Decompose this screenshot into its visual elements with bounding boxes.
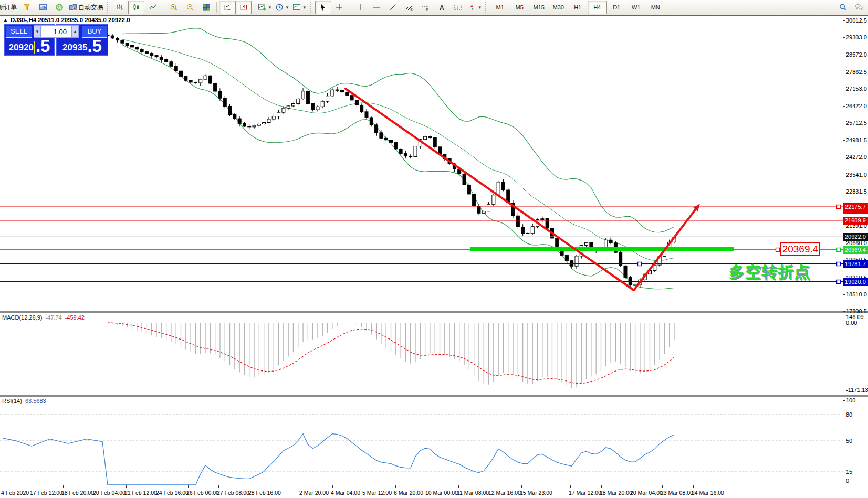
- time-label: 27 Feb 08:00: [217, 490, 249, 496]
- price-tick: 24981.5: [846, 137, 868, 143]
- time-label: 10 Mar 00:00: [425, 490, 458, 496]
- time-label: 24 Mar 16:00: [692, 490, 724, 496]
- chart-canvas[interactable]: [0, 0, 868, 498]
- price-tick: 23541.0: [846, 172, 868, 178]
- time-tick: [632, 485, 632, 488]
- pane-splitter[interactable]: [0, 311, 868, 312]
- text-caret: [34, 41, 35, 54]
- rsi-value: 63.5683: [25, 398, 46, 404]
- pane-splitter[interactable]: [0, 312, 868, 313]
- indicator-tick: -1171.13: [846, 387, 868, 393]
- indicator-tick: 80: [846, 411, 868, 418]
- time-tick: [218, 485, 219, 488]
- time-tick: [126, 485, 127, 488]
- time-tick: [3, 485, 3, 488]
- time-label: 6 Mar 20:00: [394, 490, 423, 496]
- time-label: 23 Mar 08:00: [661, 490, 693, 496]
- sell-button[interactable]: SELL: [6, 26, 32, 38]
- mt4-terminal: 新订单自动交易▼▼▼EFAT▼M1M5M15M30H1H4D1W1MN ▲ DJ…: [0, 0, 868, 498]
- price-badge: 19781.7: [843, 260, 868, 268]
- time-label: 21 Feb 12:00: [124, 490, 157, 496]
- time-tick: [158, 485, 158, 488]
- chart-title: DJ30-,H4 20511.0 20935.0 20435.0 20922.0: [11, 17, 130, 23]
- volume-input[interactable]: [41, 25, 71, 38]
- time-label: 18 Mar 20:00: [600, 490, 632, 496]
- price-tick: 22831.5: [846, 188, 868, 195]
- price-tick: 30012.5: [846, 17, 868, 24]
- buy-price-main: 20935: [62, 41, 87, 54]
- collapse-panel-icon[interactable]: ▲: [3, 17, 8, 23]
- sell-price-main: 20920: [9, 41, 34, 54]
- price-tick: 20660.0: [846, 240, 868, 246]
- indicator-tick: 0: [846, 478, 868, 484]
- time-label: 12 Mar 16:00: [488, 490, 521, 496]
- time-tick: [301, 485, 301, 488]
- time-axis: 4 Feb 202017 Feb 12:0018 Feb 20:0020 Feb…: [0, 485, 868, 498]
- time-tick: [570, 485, 571, 488]
- time-tick: [32, 485, 32, 488]
- pane-splitter[interactable]: [0, 395, 868, 396]
- indicator-tick: 15: [846, 469, 868, 475]
- time-tick: [395, 485, 396, 488]
- time-label: 20 Feb 04:00: [93, 490, 126, 496]
- price-badge: 19020.0: [843, 278, 868, 286]
- time-tick: [188, 485, 189, 488]
- sell-price-pips: .5: [36, 38, 50, 54]
- time-tick: [601, 485, 602, 488]
- time-label: 15 Mar 23:00: [520, 490, 552, 496]
- time-tick: [427, 485, 427, 488]
- price-badge: 20922.0: [843, 233, 868, 241]
- indicator-tick: 50: [846, 438, 868, 444]
- pane-splitter[interactable]: [0, 396, 868, 397]
- time-label: 28 Feb 16:00: [248, 490, 281, 496]
- one-click-trading-panel: SELL 20920.5 BUY 20935.5 ▼ ▲: [4, 24, 108, 56]
- rsi-label: RSI(14)63.5683: [2, 398, 46, 404]
- time-tick: [458, 485, 459, 488]
- price-tick: 27153.0: [846, 86, 868, 92]
- macd-label: MACD(12,26,9)-47.74-459.42: [2, 314, 85, 321]
- indicator-tick: 0.00: [846, 320, 868, 326]
- time-label: 5 Mar 12:00: [362, 490, 392, 496]
- buy-price-pips: .5: [87, 38, 102, 54]
- sell-price[interactable]: 20920.5: [5, 38, 54, 54]
- time-tick: [693, 485, 694, 488]
- time-tick: [521, 485, 522, 488]
- time-label: 24 Feb 16:00: [156, 490, 189, 496]
- price-badge: [843, 210, 868, 214]
- price-tick: 24272.0: [846, 154, 868, 160]
- price-tick: 29303.0: [846, 34, 868, 40]
- macd-name: MACD(12,26,9): [2, 314, 42, 321]
- time-label: 17 Feb 12:00: [30, 490, 62, 496]
- macd-signal-value: -459.42: [65, 314, 85, 321]
- chart-title-row: ▲ DJ30-,H4 20511.0 20935.0 20435.0 20922…: [3, 17, 130, 23]
- volume-up-button[interactable]: ▲: [71, 25, 79, 38]
- buy-price[interactable]: 20935.5: [57, 38, 108, 54]
- time-tick: [332, 485, 333, 488]
- price-tick: 27862.5: [846, 69, 868, 75]
- time-label: 11 Mar 08:00: [457, 490, 489, 496]
- turning-point-annotation[interactable]: 多空转折点: [729, 261, 810, 283]
- price-badge: 22175.7: [843, 203, 868, 211]
- price-tick: 18510.0: [846, 291, 868, 298]
- time-tick: [63, 485, 64, 488]
- time-label: 18 Feb 20:00: [61, 490, 94, 496]
- time-label: 2 Mar 20:00: [299, 490, 329, 496]
- price-tick: 28572.0: [846, 51, 868, 58]
- indicator-tick: 100: [846, 397, 868, 404]
- price-level-label[interactable]: 20369.4: [780, 242, 820, 256]
- price-tick: 26422.0: [846, 103, 868, 109]
- time-label: 4 Mar 04:00: [331, 490, 360, 496]
- macd-main-value: -47.74: [45, 314, 61, 321]
- time-label: 4 Feb 2020: [1, 490, 29, 496]
- price-badge: 21609.9: [843, 217, 868, 225]
- time-tick: [250, 485, 250, 488]
- time-tick: [490, 485, 490, 488]
- time-tick: [95, 485, 95, 488]
- volume-down-button[interactable]: ▼: [34, 25, 41, 38]
- rsi-name: RSI(14): [2, 398, 22, 404]
- time-label: 17 Mar 12:00: [569, 490, 601, 496]
- time-label: 26 Feb 00:00: [186, 490, 219, 496]
- time-tick: [662, 485, 663, 488]
- time-tick: [364, 485, 364, 488]
- time-label: 20 Mar 04:00: [630, 490, 663, 496]
